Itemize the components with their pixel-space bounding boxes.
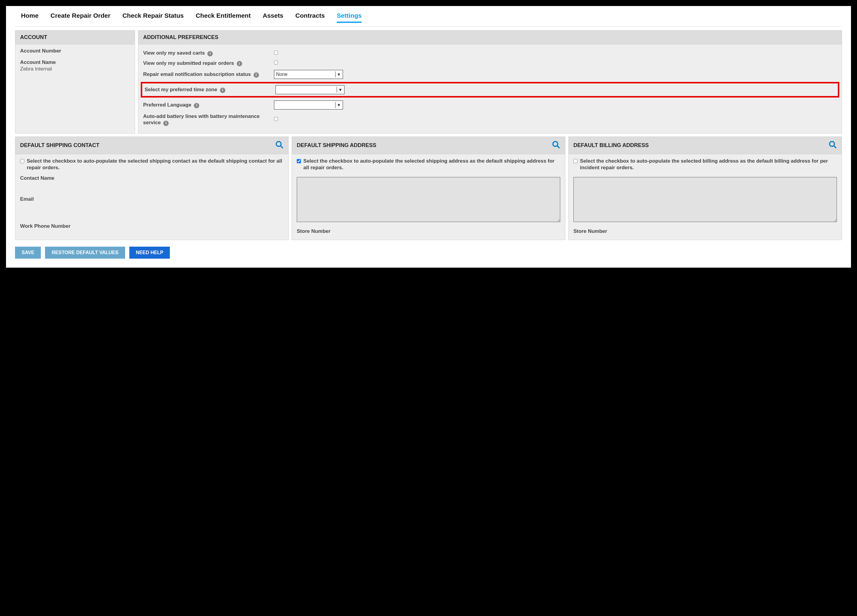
- pref-saved-carts-checkbox[interactable]: [274, 51, 278, 55]
- lower-grid: DEFAULT SHIPPING CONTACT Select the chec…: [15, 136, 842, 240]
- need-help-button[interactable]: NEED HELP: [129, 247, 170, 258]
- account-panel: ACCOUNT Account Number Account Name Zebr…: [15, 30, 135, 133]
- info-icon[interactable]: i: [237, 61, 242, 66]
- billing-address-panel: DEFAULT BILLING ADDRESS Select the check…: [568, 136, 842, 240]
- search-icon[interactable]: [275, 141, 283, 150]
- pref-timezone-row-highlight: Select my preferred time zone i ▼: [141, 82, 839, 98]
- nav-check-entitlement[interactable]: Check Entitlement: [196, 12, 251, 23]
- billing-store-number-label: Store Number: [574, 228, 837, 234]
- shipping-address-title: DEFAULT SHIPPING ADDRESS: [297, 142, 376, 149]
- pref-email-sub-row: Repair email notification subscription s…: [143, 68, 837, 81]
- preferences-panel: ADDITIONAL PREFERENCES View only my save…: [138, 30, 842, 133]
- pref-submitted-orders-label: View only my submitted repair orders: [143, 60, 234, 66]
- chevron-down-icon: ▼: [337, 103, 341, 107]
- pref-saved-carts-row: View only my saved carts i: [143, 48, 837, 58]
- nav-assets[interactable]: Assets: [263, 12, 283, 23]
- pref-auto-battery-label: Auto-add battery lines with battery main…: [143, 113, 260, 125]
- search-icon[interactable]: [829, 141, 837, 150]
- shipping-address-checkbox-text: Select the checkbox to auto-populate the…: [303, 158, 560, 171]
- info-icon[interactable]: i: [254, 72, 259, 78]
- search-icon[interactable]: [552, 141, 560, 150]
- pref-email-sub-select[interactable]: None ▼: [274, 70, 343, 79]
- save-button[interactable]: SAVE: [15, 247, 41, 258]
- nav-check-repair-status[interactable]: Check Repair Status: [122, 12, 184, 23]
- pref-saved-carts-label: View only my saved carts: [143, 50, 205, 56]
- nav-home[interactable]: Home: [21, 12, 39, 23]
- pref-submitted-orders-row: View only my submitted repair orders i: [143, 58, 837, 68]
- contact-email-label: Email: [20, 196, 283, 202]
- info-icon[interactable]: i: [207, 51, 213, 56]
- button-row: SAVE RESTORE DEFAULT VALUES NEED HELP: [15, 247, 842, 258]
- shipping-address-textarea[interactable]: [297, 177, 560, 222]
- contact-phone-label: Work Phone Number: [20, 223, 283, 229]
- nav-contracts[interactable]: Contracts: [295, 12, 325, 23]
- pref-auto-battery-checkbox[interactable]: [274, 117, 278, 121]
- pref-submitted-orders-checkbox[interactable]: [274, 60, 278, 65]
- shipping-contact-title: DEFAULT SHIPPING CONTACT: [20, 142, 99, 149]
- pref-language-select[interactable]: ▼: [274, 101, 343, 110]
- info-icon[interactable]: i: [194, 103, 199, 108]
- pref-timezone-select[interactable]: ▼: [275, 85, 345, 94]
- svg-point-0: [276, 141, 281, 146]
- account-name-label: Account Name: [20, 59, 130, 65]
- shipping-address-panel: DEFAULT SHIPPING ADDRESS Select the chec…: [292, 136, 565, 240]
- app-frame: Home Create Repair Order Check Repair St…: [6, 6, 851, 268]
- svg-line-3: [557, 145, 560, 148]
- svg-line-1: [280, 145, 283, 148]
- pref-auto-battery-row: Auto-add battery lines with battery main…: [143, 111, 837, 128]
- account-panel-title: ACCOUNT: [15, 31, 135, 45]
- billing-address-auto-checkbox[interactable]: [574, 159, 578, 164]
- nav-settings[interactable]: Settings: [337, 12, 362, 23]
- billing-address-textarea[interactable]: [574, 177, 837, 222]
- shipping-address-auto-checkbox[interactable]: [297, 159, 301, 164]
- shipping-contact-auto-checkbox[interactable]: [20, 159, 24, 164]
- billing-address-checkbox-text: Select the checkbox to auto-populate the…: [580, 158, 837, 171]
- restore-defaults-button[interactable]: RESTORE DEFAULT VALUES: [45, 247, 125, 258]
- nav-create-repair-order[interactable]: Create Repair Order: [50, 12, 110, 23]
- svg-line-5: [834, 145, 836, 148]
- pref-language-label: Preferred Language: [143, 102, 192, 108]
- pref-email-sub-label: Repair email notification subscription s…: [143, 71, 251, 77]
- pref-language-row: Preferred Language i ▼: [143, 99, 837, 111]
- svg-point-2: [553, 141, 558, 146]
- chevron-down-icon: ▼: [337, 72, 341, 77]
- account-number-label: Account Number: [20, 48, 130, 54]
- preferences-panel-title: ADDITIONAL PREFERENCES: [138, 31, 842, 45]
- chevron-down-icon: ▼: [338, 87, 342, 92]
- info-icon[interactable]: i: [163, 121, 169, 126]
- info-icon[interactable]: i: [220, 88, 225, 93]
- contact-name-label: Contact Name: [20, 175, 283, 181]
- top-grid: ACCOUNT Account Number Account Name Zebr…: [15, 30, 842, 133]
- pref-timezone-label: Select my preferred time zone: [145, 87, 217, 93]
- account-name-value: Zebra Internal: [20, 66, 130, 72]
- top-nav: Home Create Repair Order Check Repair St…: [15, 9, 842, 27]
- shipping-contact-checkbox-text: Select the checkbox to auto-populate the…: [27, 158, 283, 171]
- billing-address-title: DEFAULT BILLING ADDRESS: [574, 142, 649, 149]
- shipping-store-number-label: Store Number: [297, 228, 560, 234]
- svg-point-4: [830, 141, 834, 146]
- pref-email-sub-value: None: [276, 72, 334, 77]
- shipping-contact-panel: DEFAULT SHIPPING CONTACT Select the chec…: [15, 136, 289, 240]
